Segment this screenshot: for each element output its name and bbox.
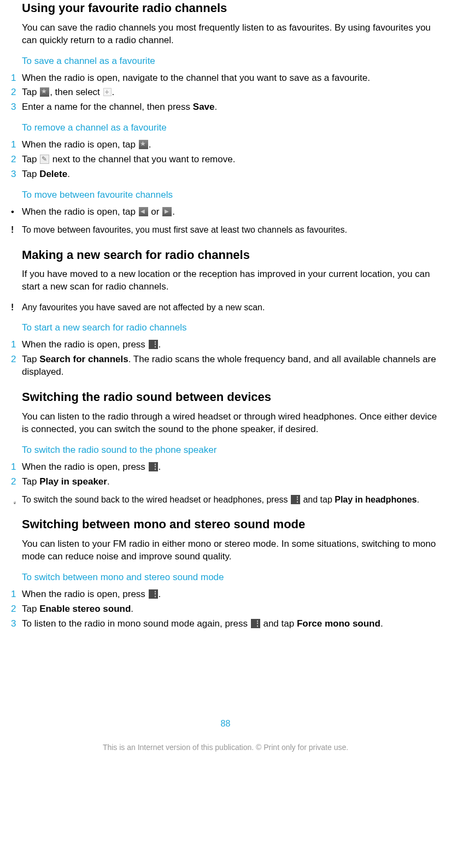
step-number: 2 [11,476,22,488]
step-number: 2 [11,353,22,366]
warning-icon: ! [11,224,22,236]
tip-switch-back: To switch the sound back to the wired he… [11,494,440,506]
steps-mono-stereo: 1 When the radio is open, press . 2 Tap … [11,588,440,630]
section-desc: You can save the radio channels you most… [22,22,440,47]
step-text: Tap next to the channel that you want to… [22,153,437,166]
subheading-save-favourite: To save a channel as a favourite [22,55,440,68]
step-number: 2 [11,603,22,616]
subheading-remove-favourite: To remove a channel as a favourite [22,122,440,134]
steps-save-favourite: 1 When the radio is open, navigate to th… [11,72,440,114]
star-icon [139,140,148,149]
step-text: When the radio is open, tap . [22,139,437,151]
step-number: 1 [11,339,22,351]
step-text: Tap Delete. [22,168,437,181]
step-text: When the radio is open, press . [22,461,437,474]
menu-icon [251,619,260,628]
note-text: To move between favourites, you must fir… [22,224,437,236]
section-title-favourites: Using your favourite radio channels [22,0,440,16]
subheading-mono-stereo: To switch between mono and stereo sound … [22,571,440,584]
section-desc: You can listen to the radio through a wi… [22,411,440,436]
section-desc: If you have moved to a new location or t… [22,268,440,293]
bulb-icon [11,494,22,506]
step-number: 1 [11,461,22,474]
step-text: When the radio is open, press . [22,588,437,601]
steps-remove-favourite: 1 When the radio is open, tap . 2 Tap ne… [11,139,440,181]
star-icon [40,87,49,97]
note-move-favourites: ! To move between favourites, you must f… [11,224,440,236]
footer-text: This is an Internet version of this publ… [11,742,440,753]
step-text: Tap Play in speaker. [22,476,437,488]
step-number: 1 [11,72,22,85]
section-title-search: Making a new search for radio channels [22,247,440,263]
bullet-move-favourites: • When the radio is open, tap or . [11,206,440,219]
step-number: 3 [11,101,22,114]
plus-icon [103,88,112,96]
section-title-switch-devices: Switching the radio sound between device… [22,389,440,405]
arrow-right-icon [162,207,172,216]
subheading-start-search: To start a new search for radio channels [22,322,440,334]
step-text: To listen to the radio in mono sound mod… [22,618,437,630]
step-number: 2 [11,153,22,166]
page-footer: 88 This is an Internet version of this p… [11,718,440,753]
menu-icon [291,495,300,504]
section-desc: You can listen to your FM radio in eithe… [22,538,440,563]
note-text: Any favourites you have saved are not af… [22,302,437,314]
note-search: ! Any favourites you have saved are not … [11,302,440,314]
step-number: 3 [11,168,22,181]
step-text: When the radio is open, press . [22,339,437,351]
step-number: 3 [11,618,22,630]
menu-icon [149,589,158,599]
subheading-switch-speaker: To switch the radio sound to the phone s… [22,444,440,457]
bullet-marker: • [11,206,22,219]
page-number: 88 [11,718,440,730]
subheading-move-favourites: To move between favourite channels [22,189,440,202]
step-text: Tap Enable stereo sound. [22,603,437,616]
step-text: When the radio is open, navigate to the … [22,72,437,85]
warning-icon: ! [11,302,22,314]
menu-icon [149,340,158,349]
steps-switch-speaker: 1 When the radio is open, press . 2 Tap … [11,461,440,488]
step-number: 1 [11,139,22,151]
arrow-left-icon [139,207,148,216]
step-text: Tap Search for channels. The radio scans… [22,353,437,379]
steps-start-search: 1 When the radio is open, press . 2 Tap … [11,339,440,379]
step-text: Enter a name for the channel, then press… [22,101,437,114]
note-text: To switch the sound back to the wired he… [22,494,437,506]
step-number: 2 [11,86,22,99]
menu-icon [149,462,158,471]
step-text: When the radio is open, tap or . [22,206,437,219]
step-number: 1 [11,588,22,601]
pencil-icon [40,155,49,164]
section-title-mono-stereo: Switching between mono and stereo sound … [22,516,440,533]
step-text: Tap , then select . [22,86,437,99]
